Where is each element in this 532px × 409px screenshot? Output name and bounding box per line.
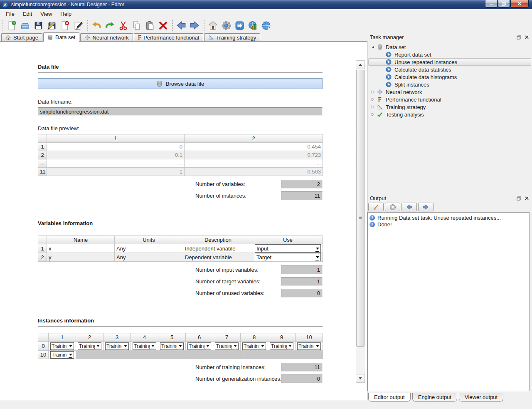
tree-item-neural-network[interactable]: Neural network bbox=[367, 88, 532, 96]
scrollbar-thumb[interactable] bbox=[356, 70, 365, 347]
chevron-down-icon bbox=[67, 352, 74, 358]
tab-neural-network[interactable]: Neural network bbox=[80, 33, 133, 41]
tree-item-label: Neural network bbox=[386, 89, 422, 95]
stop-button[interactable] bbox=[385, 203, 400, 211]
tab-training-strategy[interactable]: Training strategy bbox=[204, 33, 260, 41]
close-file-button[interactable] bbox=[58, 19, 71, 32]
expand-arrow-icon[interactable] bbox=[371, 105, 376, 109]
copy-button[interactable] bbox=[130, 19, 143, 32]
paste-button[interactable] bbox=[143, 19, 156, 32]
tab-engine-output[interactable]: Engine output bbox=[412, 393, 457, 402]
output-toolbar bbox=[368, 203, 433, 211]
float-panel-button[interactable] bbox=[516, 35, 522, 40]
tree-item-testing-analysis[interactable]: Testing analysis bbox=[367, 111, 532, 118]
undo-button[interactable] bbox=[90, 19, 103, 32]
cell: Training bbox=[296, 342, 323, 351]
tree-item-unuse-repeated-instances[interactable]: Unuse repeated instances bbox=[367, 58, 532, 66]
tab-performance-functional[interactable]: F Performance functional bbox=[134, 33, 203, 41]
close-panel-button[interactable] bbox=[524, 196, 530, 201]
settings-button[interactable] bbox=[219, 19, 233, 32]
run-button[interactable] bbox=[233, 19, 246, 32]
home-button[interactable] bbox=[206, 19, 219, 32]
menu-edit[interactable]: Edit bbox=[19, 10, 36, 18]
close-panel-button[interactable] bbox=[524, 35, 530, 40]
clear-output-button[interactable] bbox=[368, 203, 384, 211]
row-header: 11 bbox=[38, 168, 47, 176]
chevron-down-icon bbox=[232, 343, 238, 349]
open-file-button[interactable] bbox=[18, 19, 32, 32]
task-play-icon bbox=[385, 67, 392, 72]
expand-arrow-icon[interactable] bbox=[371, 112, 376, 117]
instance-use-dropdown[interactable]: Training bbox=[187, 342, 211, 350]
tree-item-report-data-set[interactable]: Report data set bbox=[367, 51, 532, 58]
scroll-down-button[interactable] bbox=[356, 374, 365, 383]
divider bbox=[38, 326, 323, 327]
tree-item-split-instances[interactable]: Split instances bbox=[367, 81, 532, 88]
instance-use-dropdown[interactable]: Training bbox=[50, 342, 74, 350]
redo-button[interactable] bbox=[103, 19, 116, 32]
tree-item-calculate-data-statistics[interactable]: Calculate data statistics bbox=[367, 66, 532, 73]
float-panel-button[interactable] bbox=[516, 196, 522, 201]
tab-viewer-output[interactable]: Viewer output bbox=[459, 393, 503, 402]
count-row: Number of target variables: 1 bbox=[38, 277, 323, 286]
menu-file[interactable]: File bbox=[2, 10, 19, 18]
dataset-icon bbox=[156, 80, 163, 87]
tree-item-training-strategy[interactable]: Training strategy bbox=[367, 103, 532, 111]
run-query-button[interactable]: ? bbox=[259, 19, 273, 32]
new-file-icon bbox=[7, 20, 17, 31]
tab-data-set[interactable]: Data set bbox=[43, 32, 79, 42]
menu-view[interactable]: View bbox=[36, 10, 56, 18]
instances-heading: Instances information bbox=[38, 317, 323, 324]
tree-item-performance-functional[interactable]: F Performance functional bbox=[367, 96, 532, 103]
instance-use-dropdown[interactable]: Training bbox=[78, 342, 101, 350]
dropdown-value: Training bbox=[133, 343, 150, 349]
column-header: 6 bbox=[186, 333, 213, 342]
edit-document-button[interactable] bbox=[71, 19, 85, 32]
tree-item-calculate-data-histograms[interactable]: Calculate data histograms bbox=[367, 73, 532, 81]
expand-arrow-icon[interactable] bbox=[371, 97, 376, 102]
toolbar-separator bbox=[87, 20, 89, 31]
menu-help[interactable]: Help bbox=[56, 10, 76, 18]
empty-cell bbox=[186, 351, 213, 359]
run-icon bbox=[234, 20, 245, 31]
tab-editor-output[interactable]: Editor output bbox=[368, 393, 411, 402]
new-file-button[interactable] bbox=[5, 19, 18, 32]
tree-item-data-set[interactable]: Data set bbox=[367, 43, 532, 51]
instance-use-dropdown[interactable]: Training bbox=[270, 342, 293, 350]
scroll-up-button[interactable] bbox=[356, 60, 365, 69]
instance-use-dropdown[interactable]: Training bbox=[133, 342, 156, 350]
previous-output-button[interactable] bbox=[401, 203, 417, 211]
restore-button[interactable] bbox=[498, 0, 510, 7]
chevron-down-icon bbox=[122, 343, 128, 349]
instance-use-dropdown[interactable]: Training bbox=[215, 342, 239, 350]
view-results-button[interactable] bbox=[246, 19, 259, 32]
tree-item-label: Report data set bbox=[394, 52, 431, 58]
instance-use-dropdown[interactable]: Training bbox=[160, 342, 184, 350]
table-row: 0 Training Training Training Training Tr… bbox=[38, 342, 323, 351]
collapse-arrow-icon[interactable] bbox=[371, 45, 376, 49]
instance-use-dropdown[interactable]: Training bbox=[105, 342, 129, 350]
forward-button[interactable] bbox=[188, 19, 201, 32]
cut-button[interactable] bbox=[116, 19, 130, 32]
instance-use-dropdown[interactable]: Training bbox=[297, 342, 321, 350]
delete-button[interactable] bbox=[156, 19, 170, 32]
tab-start-page[interactable]: Start page bbox=[1, 33, 42, 41]
back-button[interactable] bbox=[175, 19, 188, 32]
close-button[interactable] bbox=[510, 0, 529, 7]
instance-use-dropdown[interactable]: Training bbox=[242, 342, 266, 350]
column-header: Use bbox=[253, 236, 323, 244]
data-filename-field[interactable]: simplefunctionregression.dat bbox=[38, 107, 323, 116]
minimize-button[interactable] bbox=[485, 0, 498, 7]
save-as-button[interactable] bbox=[45, 19, 58, 32]
next-output-button[interactable] bbox=[418, 203, 433, 211]
browse-data-file-button[interactable]: Browse data file bbox=[38, 78, 323, 89]
right-dock: Task manager Data set bbox=[367, 33, 532, 409]
use-dropdown[interactable]: Input bbox=[255, 244, 321, 253]
vertical-scrollbar[interactable] bbox=[356, 60, 365, 383]
save-button[interactable] bbox=[32, 19, 45, 32]
expand-arrow-icon[interactable] bbox=[371, 90, 376, 94]
instance-use-dropdown[interactable]: Training bbox=[50, 351, 74, 359]
divider bbox=[38, 72, 323, 73]
use-dropdown[interactable]: Target bbox=[255, 253, 321, 261]
output-log[interactable]: i Running Data set task: Unuse repeated … bbox=[367, 212, 530, 391]
